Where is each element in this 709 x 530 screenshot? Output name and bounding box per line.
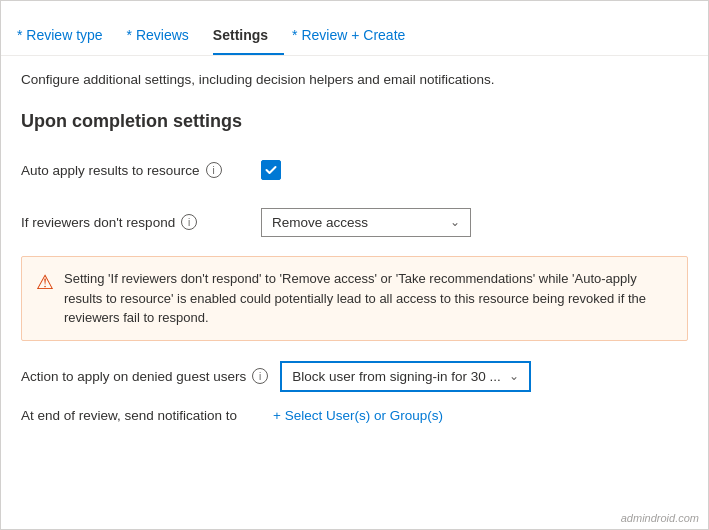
warning-triangle-icon: ⚠ [36, 270, 54, 328]
no-respond-chevron-icon: ⌄ [450, 215, 460, 229]
auto-apply-info-icon[interactable]: i [206, 162, 222, 178]
guest-users-label: Action to apply on denied guest users i [21, 368, 268, 384]
guest-users-row: Action to apply on denied guest users i … [21, 361, 688, 392]
auto-apply-checkbox-container [261, 160, 281, 180]
guest-users-info-icon[interactable]: i [252, 368, 268, 384]
watermark: admindroid.com [621, 512, 699, 524]
no-respond-label: If reviewers don't respond i [21, 214, 261, 230]
auto-apply-row: Auto apply results to resource i [21, 152, 688, 188]
no-respond-dropdown[interactable]: Remove access ⌄ [261, 208, 471, 237]
page-description: Configure additional settings, including… [21, 72, 688, 87]
notification-row: At end of review, send notification to +… [21, 408, 688, 423]
guest-users-chevron-icon: ⌄ [509, 369, 519, 383]
tab-reviews[interactable]: * Reviews [127, 19, 205, 55]
warning-text: Setting 'If reviewers don't respond' to … [64, 269, 673, 328]
guest-users-dropdown[interactable]: Block user from signing-in for 30 ... ⌄ [280, 361, 531, 392]
section-title: Upon completion settings [21, 111, 688, 132]
tab-review-create[interactable]: * Review + Create [292, 19, 421, 55]
tab-settings[interactable]: Settings [213, 19, 284, 55]
select-users-link[interactable]: + Select User(s) or Group(s) [273, 408, 443, 423]
no-respond-info-icon[interactable]: i [181, 214, 197, 230]
tab-bar: * Review type * Reviews Settings * Revie… [1, 1, 708, 56]
auto-apply-label: Auto apply results to resource i [21, 162, 261, 178]
content-area: Configure additional settings, including… [1, 56, 708, 529]
main-container: * Review type * Reviews Settings * Revie… [0, 0, 709, 530]
notification-label: At end of review, send notification to [21, 408, 261, 423]
tab-review-type[interactable]: * Review type [17, 19, 119, 55]
auto-apply-checkbox[interactable] [261, 160, 281, 180]
no-respond-row: If reviewers don't respond i Remove acce… [21, 204, 688, 240]
warning-box: ⚠ Setting 'If reviewers don't respond' t… [21, 256, 688, 341]
